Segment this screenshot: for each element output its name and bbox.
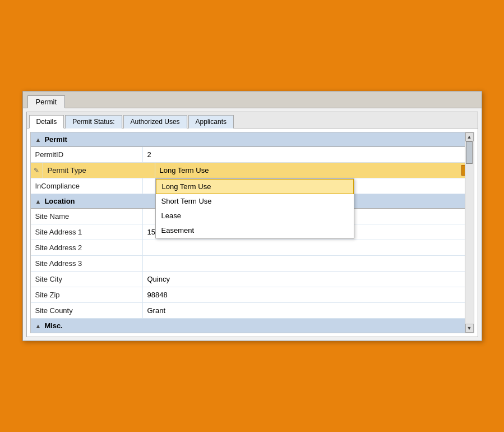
- permit-type-selected-value: Long Term Use: [158, 165, 474, 176]
- location-collapse-icon[interactable]: ▲: [35, 198, 41, 205]
- pencil-icon: ✎: [34, 167, 39, 174]
- window-tab-permit[interactable]: Permit: [27, 95, 66, 108]
- site-address-1-label: Site Address 1: [31, 224, 143, 240]
- misc-section-header: ▲ Misc.: [31, 319, 474, 333]
- scroll-track: [465, 141, 474, 324]
- tab-permit-status[interactable]: Permit Status:: [65, 115, 122, 128]
- site-city-label: Site City: [31, 272, 143, 287]
- misc-collapse-icon[interactable]: ▲: [35, 323, 41, 329]
- site-city-row: Site City Quincy: [31, 272, 474, 287]
- tab-details[interactable]: Details: [29, 115, 64, 128]
- form-area: ▲ Permit PermitID 2 ✎ Permit Type Long T…: [30, 132, 474, 333]
- permit-type-row: ✎ Permit Type Long Term Use Long Term Us…: [31, 163, 474, 178]
- site-address-3-label: Site Address 3: [31, 256, 143, 271]
- site-address-2-value: [143, 240, 474, 255]
- permit-id-value: 2: [143, 147, 474, 162]
- scroll-down-arrow[interactable]: ▼: [465, 324, 474, 333]
- site-zip-label: Site Zip: [31, 287, 143, 302]
- location-section-title: Location: [44, 197, 75, 205]
- site-name-label: Site Name: [31, 209, 143, 224]
- site-address-2-label: Site Address 2: [31, 240, 143, 255]
- permit-type-value: Long Term Use Long Term Use Short Term U…: [155, 163, 474, 178]
- permit-section-header: ▲ Permit: [31, 132, 474, 147]
- permit-id-row: PermitID 2: [31, 147, 474, 163]
- site-county-value: Grant: [143, 303, 474, 318]
- dropdown-option-easement[interactable]: Easement: [156, 223, 354, 238]
- dropdown-option-lease[interactable]: Lease: [156, 209, 354, 223]
- site-address-3-row: Site Address 3: [31, 256, 474, 272]
- scroll-up-arrow[interactable]: ▲: [465, 132, 474, 141]
- site-zip-value: 98848: [143, 287, 474, 302]
- main-window: Permit Details Permit Status: Authorized…: [22, 91, 482, 341]
- site-zip-row: Site Zip 98848: [31, 287, 474, 303]
- window-tab-bar: Permit: [23, 91, 482, 108]
- permit-type-dropdown-wrapper: Long Term Use: [158, 165, 474, 176]
- tab-applicants[interactable]: Applicants: [188, 115, 234, 128]
- scroll-thumb[interactable]: [466, 141, 473, 164]
- site-address-3-value: [143, 256, 474, 271]
- in-compliance-label: InCompliance: [31, 178, 143, 194]
- permit-type-label: Permit Type: [43, 163, 155, 178]
- permit-section-title: Permit: [44, 135, 67, 144]
- content-area: Details Permit Status: Authorized Uses A…: [26, 112, 478, 337]
- site-address-2-row: Site Address 2: [31, 240, 474, 256]
- tab-authorized-uses[interactable]: Authorized Uses: [123, 115, 187, 128]
- permit-type-dropdown-popup: Long Term Use Short Term Use Lease Easem…: [155, 178, 354, 238]
- tabs-row: Details Permit Status: Authorized Uses A…: [27, 112, 478, 128]
- permit-type-edit-cell: ✎: [31, 163, 43, 178]
- site-city-value: Quincy: [143, 272, 474, 287]
- site-county-row: Site County Grant: [31, 303, 474, 319]
- site-county-label: Site County: [31, 303, 143, 318]
- misc-section-title: Misc.: [44, 321, 63, 330]
- dropdown-option-short-term-use[interactable]: Short Term Use: [156, 194, 354, 209]
- permit-id-label: PermitID: [31, 147, 143, 162]
- permit-collapse-icon[interactable]: ▲: [35, 136, 41, 143]
- dropdown-option-long-term-use[interactable]: Long Term Use: [156, 179, 354, 194]
- main-scrollbar[interactable]: ▲ ▼: [465, 132, 474, 333]
